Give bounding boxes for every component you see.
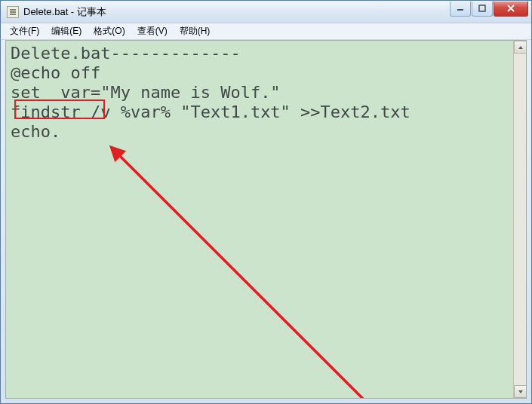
window-title: Delete.bat - 记事本 <box>23 5 449 19</box>
chevron-up-icon <box>518 45 524 50</box>
menu-edit[interactable]: 编辑(E) <box>45 23 88 39</box>
menu-format[interactable]: 格式(O) <box>88 23 131 39</box>
vertical-scrollbar[interactable] <box>513 41 526 398</box>
menu-view[interactable]: 查看(V) <box>131 23 174 39</box>
client-area: Delete.bat------------- @echo off set va… <box>5 40 527 399</box>
minimize-button[interactable] <box>450 2 471 17</box>
minimize-icon <box>457 5 464 12</box>
chevron-down-icon <box>518 390 524 394</box>
maximize-button[interactable] <box>472 2 493 17</box>
scroll-up-button[interactable] <box>514 41 527 54</box>
svg-rect-1 <box>479 5 485 11</box>
menu-help[interactable]: 帮助(H) <box>174 23 217 39</box>
scroll-down-button[interactable] <box>514 385 527 398</box>
menu-file[interactable]: 文件(F) <box>4 23 45 39</box>
close-button[interactable] <box>494 2 528 17</box>
svg-rect-0 <box>457 9 463 11</box>
menubar: 文件(F) 编辑(E) 格式(O) 查看(V) 帮助(H) <box>1 23 531 40</box>
text-editor[interactable]: Delete.bat------------- @echo off set va… <box>6 41 513 398</box>
titlebar[interactable]: Delete.bat - 记事本 <box>1 1 531 23</box>
close-icon <box>506 5 515 12</box>
notepad-icon <box>7 6 19 18</box>
app-window: Delete.bat - 记事本 文件(F) 编辑(E) 格式(O) 查看(V)… <box>0 0 532 404</box>
window-controls <box>449 2 528 17</box>
maximize-icon <box>478 5 486 12</box>
